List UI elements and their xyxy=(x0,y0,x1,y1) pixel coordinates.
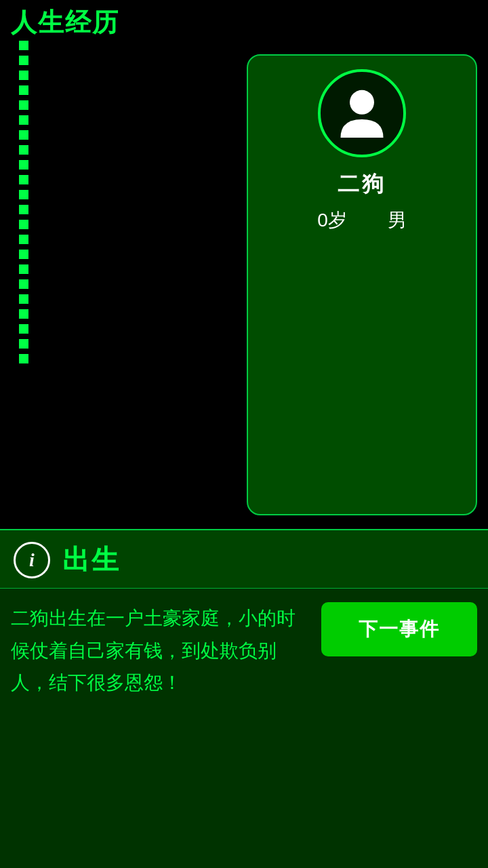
dot xyxy=(19,71,28,80)
character-stats: 0岁 男 xyxy=(317,208,407,233)
dot xyxy=(19,279,28,289)
character-age: 0岁 xyxy=(317,208,347,233)
dot xyxy=(19,160,28,170)
dot xyxy=(19,250,28,259)
dot xyxy=(19,205,28,214)
dot xyxy=(19,324,28,334)
svg-point-0 xyxy=(350,90,374,115)
avatar xyxy=(318,69,406,157)
dot xyxy=(19,100,28,110)
dot xyxy=(19,56,28,65)
info-icon: i xyxy=(29,549,35,571)
dot xyxy=(19,235,28,244)
event-content-area: 二狗出生在一户土豪家庭，小的时候仗着自己家有钱，到处欺负别人，结下很多恩怨！ 下… xyxy=(0,589,488,724)
dot xyxy=(19,115,28,125)
dot xyxy=(19,294,28,304)
character-card: 二狗 0岁 男 xyxy=(247,54,477,515)
avatar-icon xyxy=(331,83,392,144)
dot xyxy=(19,220,28,229)
event-category: 出生 xyxy=(62,541,121,578)
event-description: 二狗出生在一户土豪家庭，小的时候仗着自己家有钱，到处欺负别人，结下很多恩怨！ xyxy=(11,602,310,699)
dot xyxy=(19,309,28,319)
timeline-dots xyxy=(19,41,28,536)
bottom-panel: i 出生 二狗出生在一户土豪家庭，小的时候仗着自己家有钱，到处欺负别人，结下很多… xyxy=(0,529,488,868)
next-event-button[interactable]: 下一事件 xyxy=(321,602,477,656)
dot xyxy=(19,85,28,95)
character-name: 二狗 xyxy=(338,170,386,199)
dot xyxy=(19,130,28,140)
dot xyxy=(19,264,28,274)
event-header: i 出生 xyxy=(0,530,488,589)
dot xyxy=(19,339,28,349)
info-icon-circle: i xyxy=(14,542,50,578)
event-log xyxy=(0,724,488,867)
page-title: 人生经历 xyxy=(11,8,119,37)
dot xyxy=(19,145,28,155)
dot xyxy=(19,190,28,199)
dot xyxy=(19,354,28,363)
character-gender: 男 xyxy=(388,208,407,233)
top-bar: 人生经历 xyxy=(0,0,488,45)
dot xyxy=(19,175,28,184)
